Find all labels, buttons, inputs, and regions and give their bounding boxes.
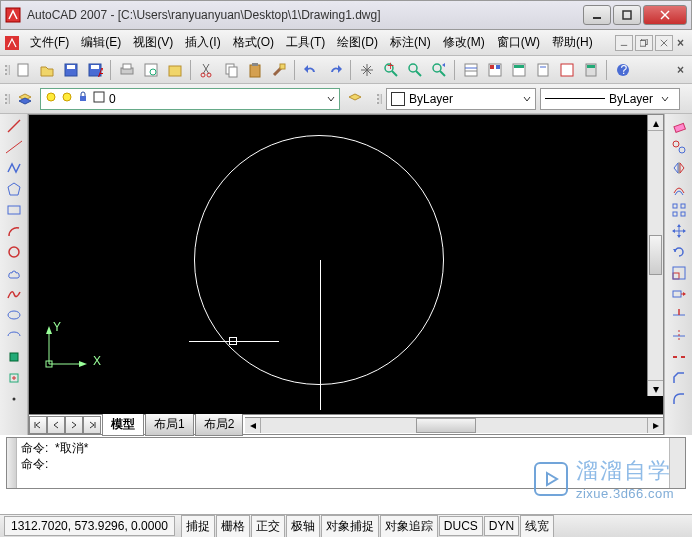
cut-button[interactable]: [196, 59, 218, 81]
polygon-tool[interactable]: [3, 179, 25, 199]
toolbar-row-close-icon[interactable]: ×: [673, 61, 688, 79]
zoom-previous-button[interactable]: [428, 59, 450, 81]
scroll-down-icon[interactable]: ▾: [648, 380, 663, 396]
revcloud-tool[interactable]: [3, 263, 25, 283]
tab-model[interactable]: 模型: [102, 413, 144, 436]
hscroll-thumb[interactable]: [416, 418, 476, 433]
menu-help[interactable]: 帮助(H): [546, 31, 599, 54]
redo-button[interactable]: [324, 59, 346, 81]
mdi-close-button[interactable]: [655, 35, 673, 51]
point-tool[interactable]: [3, 389, 25, 409]
publish-button[interactable]: [164, 59, 186, 81]
xline-tool[interactable]: [3, 137, 25, 157]
offset-tool[interactable]: [668, 179, 690, 199]
arc-tool[interactable]: [3, 221, 25, 241]
menu-tools[interactable]: 工具(T): [280, 31, 331, 54]
plot-preview-button[interactable]: [140, 59, 162, 81]
vertical-scrollbar[interactable]: ▴ ▾: [647, 115, 663, 396]
menu-view[interactable]: 视图(V): [127, 31, 179, 54]
designcenter-button[interactable]: [484, 59, 506, 81]
stretch-tool[interactable]: [668, 284, 690, 304]
erase-tool[interactable]: [668, 116, 690, 136]
tab-layout2[interactable]: 布局2: [195, 413, 244, 436]
save-button[interactable]: [60, 59, 82, 81]
break-tool[interactable]: [668, 347, 690, 367]
command-text[interactable]: 命令: *取消* 命令:: [17, 438, 669, 488]
rotate-tool[interactable]: [668, 242, 690, 262]
mdi-minimize-button[interactable]: [615, 35, 633, 51]
markup-button[interactable]: [556, 59, 578, 81]
toggle-ducs[interactable]: DUCS: [439, 516, 483, 536]
zoom-window-button[interactable]: [404, 59, 426, 81]
scroll-right-icon[interactable]: ▸: [647, 418, 663, 433]
scroll-up-icon[interactable]: ▴: [648, 115, 663, 131]
tab-first-button[interactable]: [29, 416, 47, 434]
fillet-tool[interactable]: [668, 389, 690, 409]
make-block-tool[interactable]: [3, 368, 25, 388]
layer-prev-button[interactable]: [344, 88, 366, 110]
close-button[interactable]: [643, 5, 687, 25]
ellipse-tool[interactable]: [3, 305, 25, 325]
tab-next-button[interactable]: [65, 416, 83, 434]
pan-button[interactable]: [356, 59, 378, 81]
command-scrollbar[interactable]: [669, 438, 685, 488]
model-space[interactable]: Y X ▴ ▾: [29, 115, 663, 414]
qcalc-button[interactable]: [580, 59, 602, 81]
menu-format[interactable]: 格式(O): [227, 31, 280, 54]
plot-button[interactable]: [116, 59, 138, 81]
toggle-snap[interactable]: 捕捉: [181, 515, 215, 538]
new-button[interactable]: [12, 59, 34, 81]
saveas-button[interactable]: A: [84, 59, 106, 81]
line-tool[interactable]: [3, 116, 25, 136]
insert-block-tool[interactable]: [3, 347, 25, 367]
command-grip[interactable]: [7, 438, 17, 488]
menu-insert[interactable]: 插入(I): [179, 31, 226, 54]
layer-manager-button[interactable]: [14, 88, 36, 110]
tab-last-button[interactable]: [83, 416, 101, 434]
toggle-ortho[interactable]: 正交: [251, 515, 285, 538]
menu-window[interactable]: 窗口(W): [491, 31, 546, 54]
chamfer-tool[interactable]: [668, 368, 690, 388]
zoom-realtime-button[interactable]: +: [380, 59, 402, 81]
scroll-left-icon[interactable]: ◂: [245, 418, 261, 433]
properties-button[interactable]: [460, 59, 482, 81]
toggle-grid[interactable]: 栅格: [216, 515, 250, 538]
toolbar-close-icon[interactable]: ×: [673, 34, 688, 52]
toggle-polar[interactable]: 极轴: [286, 515, 320, 538]
spline-tool[interactable]: [3, 284, 25, 304]
open-button[interactable]: [36, 59, 58, 81]
help-button[interactable]: ?: [612, 59, 634, 81]
layer-dropdown[interactable]: 0: [40, 88, 340, 110]
polyline-tool[interactable]: [3, 158, 25, 178]
linetype-dropdown[interactable]: ByLayer: [540, 88, 680, 110]
paste-button[interactable]: [244, 59, 266, 81]
color-dropdown[interactable]: ByLayer: [386, 88, 536, 110]
menu-draw[interactable]: 绘图(D): [331, 31, 384, 54]
toggle-osnap[interactable]: 对象捕捉: [321, 515, 379, 538]
menu-file[interactable]: 文件(F): [24, 31, 75, 54]
matchprop-button[interactable]: [268, 59, 290, 81]
circle-tool[interactable]: [3, 242, 25, 262]
toolpalettes-button[interactable]: [508, 59, 530, 81]
move-tool[interactable]: [668, 221, 690, 241]
toggle-lwt[interactable]: 线宽: [520, 515, 554, 538]
trim-tool[interactable]: [668, 305, 690, 325]
mdi-restore-button[interactable]: [635, 35, 653, 51]
minimize-button[interactable]: [583, 5, 611, 25]
tab-prev-button[interactable]: [47, 416, 65, 434]
extend-tool[interactable]: [668, 326, 690, 346]
mirror-tool[interactable]: [668, 158, 690, 178]
menu-modify[interactable]: 修改(M): [437, 31, 491, 54]
scroll-thumb[interactable]: [649, 235, 662, 275]
toggle-otrack[interactable]: 对象追踪: [380, 515, 438, 538]
horizontal-scrollbar[interactable]: ◂ ▸: [245, 417, 663, 433]
copy-button[interactable]: [220, 59, 242, 81]
rectangle-tool[interactable]: [3, 200, 25, 220]
ellipsearc-tool[interactable]: [3, 326, 25, 346]
menu-edit[interactable]: 编辑(E): [75, 31, 127, 54]
toggle-dyn[interactable]: DYN: [484, 516, 519, 536]
menu-dim[interactable]: 标注(N): [384, 31, 437, 54]
array-tool[interactable]: [668, 200, 690, 220]
copy-obj-tool[interactable]: [668, 137, 690, 157]
coordinate-display[interactable]: 1312.7020, 573.9296, 0.0000: [4, 516, 175, 536]
